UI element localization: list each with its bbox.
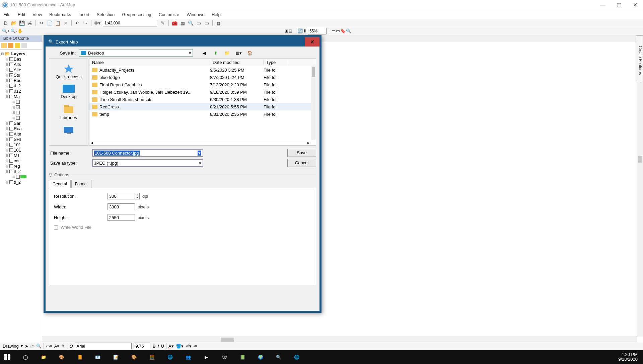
menu-bookmarks[interactable]: Bookmarks <box>49 12 71 17</box>
toc-layer-item[interactable]: ⊞cor <box>1 158 41 163</box>
font-combo[interactable] <box>75 343 132 349</box>
toc-layer-item[interactable]: ⊞Alts <box>1 62 41 67</box>
redo-icon[interactable]: ↷ <box>82 20 89 26</box>
list-by-visibility-icon[interactable] <box>15 43 20 48</box>
tab-format[interactable]: Format <box>71 180 91 188</box>
ie-icon[interactable]: ⓔ <box>220 352 229 362</box>
paint-icon[interactable]: 🎨 <box>57 352 66 362</box>
resolution-input[interactable] <box>108 193 135 199</box>
toc-layer-item[interactable]: ⊞ <box>1 174 41 179</box>
layout-zoom-combo[interactable] <box>308 28 327 34</box>
underline-icon[interactable]: U <box>161 344 164 349</box>
italic-icon[interactable]: I <box>158 344 159 349</box>
place-this-pc[interactable] <box>63 123 75 138</box>
list-by-drawing-icon[interactable] <box>1 43 7 48</box>
place-quick-access[interactable]: Quick access <box>56 62 81 81</box>
save-icon[interactable]: 💾 <box>18 20 25 26</box>
toc-tree[interactable]: ⊟📂 Layers⊞Bas⊞Alts⊞Alte⊞Stu⊞Bou⊞tl_2⊞012… <box>0 50 42 343</box>
file-row[interactable]: RedCross8/21/2020 5:55 PMFile fol <box>89 103 316 110</box>
toc-layer-item[interactable]: ⊞ <box>1 115 41 120</box>
notes-icon[interactable]: 📝 <box>111 352 121 362</box>
fill-color-icon[interactable]: 🪣▾ <box>176 344 184 349</box>
file-row[interactable]: Final Report Graphics7/13/2020 2:20 PMFi… <box>89 81 316 88</box>
menu-geoprocessing[interactable]: Geoprocessing <box>122 12 151 17</box>
maximize-button[interactable]: ▢ <box>611 0 627 10</box>
font-color-icon[interactable]: A▾ <box>168 344 174 349</box>
toc-layer-item[interactable]: ⊞ <box>1 99 41 104</box>
file-list[interactable]: Name Date modified Type Audacity_Project… <box>89 59 316 146</box>
toc-layer-item[interactable]: ⊞Alte <box>1 131 41 136</box>
full-extent-icon[interactable]: ⊞ <box>285 28 288 33</box>
toc-layer-item[interactable]: ⊞tl_2 <box>1 169 41 174</box>
menu-customize[interactable]: Customize <box>159 12 179 17</box>
pause-icon[interactable]: ⏸ <box>303 28 307 33</box>
col-name[interactable]: Name <box>89 60 210 65</box>
rectangle-icon[interactable]: ▭▾ <box>46 344 52 349</box>
dialog-close-button[interactable]: ✕ <box>305 37 319 47</box>
save-in-combo[interactable]: Desktop ▾ <box>79 49 193 57</box>
catalog-icon[interactable]: ▦ <box>179 20 186 26</box>
zoom-icon[interactable]: 🔍 <box>36 344 42 349</box>
app-icon-1[interactable]: 📙 <box>75 352 84 362</box>
cortana-icon[interactable]: ◯ <box>21 352 30 362</box>
file-row[interactable]: Holger Czukay, Jah Wobble, Jaki Liebezei… <box>89 88 316 96</box>
new-folder-icon[interactable]: 📁 <box>224 50 230 56</box>
toc-layer-item[interactable]: ⊞101 <box>1 147 41 153</box>
font-size-combo[interactable] <box>134 343 150 349</box>
refresh-icon[interactable]: 🔄 <box>297 28 303 33</box>
add-data-icon[interactable]: ✚▾ <box>93 20 101 26</box>
view-menu-icon[interactable]: ▦▾ <box>235 50 242 56</box>
list-by-selection-icon[interactable] <box>21 43 27 48</box>
menu-help[interactable]: Help <box>212 12 221 17</box>
text-icon[interactable]: A▾ <box>54 344 60 349</box>
start-icon[interactable] <box>3 352 12 362</box>
editor-icon[interactable]: ✎ <box>159 20 166 26</box>
place-desktop[interactable]: Desktop <box>61 83 77 101</box>
palette-icon[interactable]: 🎨 <box>129 352 139 362</box>
toc-layer-item[interactable]: ⊞Sar <box>1 120 41 126</box>
toc-layer-item[interactable]: ⊞012 <box>1 88 41 94</box>
height-input[interactable] <box>108 214 135 221</box>
dialog-titlebar[interactable]: 🔍 Export Map ✕ <box>46 37 319 47</box>
line-color-icon[interactable]: ✐▾ <box>186 344 192 349</box>
toc-layer-item[interactable]: ⊞ <box>1 110 41 115</box>
toc-layer-item[interactable]: ⊞Alte <box>1 67 41 72</box>
toc-layer-item[interactable]: ⊞MT <box>1 153 41 158</box>
undo-icon[interactable]: ↶ <box>74 20 81 26</box>
file-name-input[interactable]: 101-580 Connector.jpg▾ <box>92 149 203 157</box>
new-icon[interactable]: 🗋 <box>2 20 9 26</box>
globe-icon[interactable]: 🌐 <box>292 352 301 362</box>
zoom-in-icon[interactable]: 🔍+ <box>2 28 10 33</box>
search-icon[interactable]: 🔍 <box>187 20 194 26</box>
arcmap-icon[interactable]: 🌍 <box>256 352 265 362</box>
arccatalog-icon[interactable]: 🔍 <box>274 352 283 362</box>
scale-combo[interactable] <box>103 20 157 26</box>
bold-icon[interactable]: B <box>152 344 155 349</box>
open-icon[interactable]: 📂 <box>10 20 17 26</box>
toc-layer-item[interactable]: ⊞tl_2 <box>1 83 41 88</box>
outlook-icon[interactable]: 📧 <box>93 352 102 362</box>
list-by-source-icon[interactable] <box>8 43 13 48</box>
teams-icon[interactable]: 👥 <box>184 352 193 362</box>
menu-windows[interactable]: Windows <box>187 12 204 17</box>
find-icon[interactable]: 🔍 <box>346 28 351 33</box>
toc-layer-item[interactable]: ⊞Bas <box>1 56 41 62</box>
calculator-icon[interactable]: 🧮 <box>147 352 157 362</box>
file-row[interactable]: Audacity_Projects9/5/2020 3:25 PMFile fo… <box>89 66 316 74</box>
cancel-button[interactable]: Cancel <box>287 159 316 167</box>
print-icon[interactable]: 🖨 <box>26 20 33 26</box>
copy-icon[interactable]: 📄 <box>46 20 53 26</box>
fixed-zoom-icon[interactable]: ⊟ <box>289 28 292 33</box>
menu-file[interactable]: File <box>3 12 10 17</box>
cut-icon[interactable]: ✂ <box>38 20 45 26</box>
pan-icon[interactable]: ✋ <box>17 28 23 33</box>
chrome-icon[interactable]: 🌐 <box>165 352 175 362</box>
rotate-icon[interactable]: ⟳ <box>30 344 34 349</box>
table-icon[interactable]: ▦ <box>215 20 222 26</box>
toc-layer-item[interactable]: ⊞Ma <box>1 94 41 99</box>
model-icon[interactable]: ▭ <box>203 20 210 26</box>
save-button[interactable]: Save <box>287 149 316 157</box>
toc-layer-item[interactable]: ⊞tl_2 <box>1 179 41 185</box>
file-row[interactable]: temp8/31/2020 2:35 PMFile fol <box>89 110 316 118</box>
data-view-icon[interactable]: ▭ <box>332 28 336 33</box>
